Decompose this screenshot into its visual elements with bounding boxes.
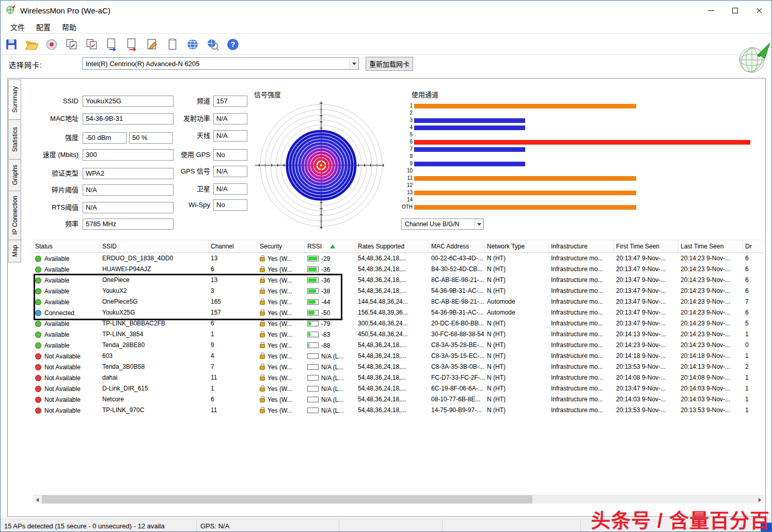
field-value[interactable]: 300 [83, 149, 174, 161]
scrollbar-track[interactable] [42, 495, 755, 504]
maximize-button[interactable] [723, 1, 747, 20]
adapter-select[interactable]: Intel(R) Centrino(R) Advanced-N 6205 [82, 57, 359, 70]
open-icon[interactable] [24, 37, 39, 52]
rssi-text: -79 [321, 320, 330, 327]
web-search-icon[interactable] [205, 37, 220, 52]
reload-adapter-button[interactable]: 重新加载网卡 [366, 57, 413, 71]
cell-channel: 11 [209, 372, 258, 383]
record-icon[interactable] [44, 37, 59, 52]
field-value[interactable]: No [213, 149, 247, 161]
column-header-first-time-seen[interactable]: First Time Seen [614, 240, 679, 253]
cell-rssi: N/A (L... [305, 351, 356, 362]
table-row[interactable]: AvailableTP-LINK_38541Yes (W...-83450,54… [33, 329, 764, 340]
table-row[interactable]: Not Availabledahai11Yes (W...N/A (L...54… [33, 372, 764, 383]
table-row[interactable]: AvailableTenda_28BE809Yes (W...-8854,48,… [33, 340, 764, 351]
column-header-rssi[interactable]: RSSI [305, 240, 356, 253]
cell-mac: 54-36-9B-31-AC-... [429, 307, 485, 318]
column-header-channel[interactable]: Channel [209, 240, 258, 253]
field-value[interactable]: N/A [213, 166, 247, 177]
table-row[interactable]: Not AvailableNetcore6Yes (W...N/A (L...5… [33, 394, 764, 405]
status-text: Available [44, 277, 69, 284]
column-header-network-type[interactable]: Network Type [485, 240, 549, 253]
column-header-status[interactable]: Status [33, 240, 100, 253]
table-row[interactable]: AvailableHUAWEI-P94AJZ6Yes (W...-3654,48… [33, 264, 764, 275]
field-value[interactable]: YoukuX25G [83, 96, 174, 107]
sign-icon[interactable] [145, 37, 160, 52]
menu-item-2[interactable]: 配置 [30, 22, 56, 32]
export-icon[interactable] [104, 37, 120, 52]
chevron-down-icon[interactable] [349, 58, 358, 69]
security-text: Yes (W... [267, 331, 292, 338]
rssi-meter [307, 386, 319, 392]
field-value[interactable]: 54-36-9B-31 [83, 113, 174, 124]
table-row[interactable]: AvailableOnePiece13Yes (W...-3654,48,36,… [33, 275, 764, 286]
cell-channel: 3 [209, 286, 258, 296]
help-icon[interactable]: ? [225, 37, 241, 52]
cell-first-seen: 20:13:47 9-Nov-... [614, 286, 679, 296]
web-icon[interactable] [185, 37, 200, 52]
field-value[interactable]: N/A [83, 184, 174, 196]
table-row[interactable]: AvailableOnePiece5G165Yes (W...-44144,54… [33, 296, 764, 307]
save-icon[interactable] [4, 37, 19, 52]
report-icon[interactable] [165, 37, 180, 52]
cell-first-seen: 20:14:18 9-Nov-... [614, 351, 679, 362]
cell-channel: 157 [209, 307, 258, 318]
field-value[interactable]: N/A [83, 202, 174, 213]
main-panel: SummaryStatisticsGraphsIP ConnectionMap … [7, 78, 766, 517]
field-value[interactable]: N/A [213, 113, 247, 124]
cell-rssi: -79 [305, 318, 356, 329]
cell-rates: 300,54,48,36,24... [356, 318, 429, 329]
table-row[interactable]: AvailableYoukuX23Yes (W...-3854,48,36,24… [33, 286, 764, 296]
scroll-left-button[interactable] [33, 495, 42, 504]
table-row[interactable]: Not Available6034Yes (W...N/A (L...54,48… [33, 351, 764, 362]
column-header-infrastructure[interactable]: Infrastructure [549, 240, 614, 253]
table-row[interactable]: ConnectedYoukuX25G157Yes (W...-50156,54,… [33, 307, 764, 318]
column-header-rates-supported[interactable]: Rates Supported [356, 240, 429, 253]
menu-item-1[interactable]: 文件 [5, 22, 30, 32]
cell-rssi: N/A (L... [305, 362, 356, 372]
field-value[interactable]: 5785 MHz [83, 218, 174, 230]
horizontal-scrollbar[interactable] [33, 495, 764, 504]
adapter-label: 选择网卡: [9, 59, 42, 70]
cell-rssi: N/A (L... [305, 372, 356, 383]
menu-item-3[interactable]: 帮助 [56, 22, 82, 32]
cell-status: Not Available [33, 351, 100, 362]
field-value[interactable]: No [213, 199, 247, 211]
column-header-ssid[interactable]: SSID [100, 240, 209, 253]
scroll-right-button[interactable] [755, 495, 764, 504]
scrollbar-thumb[interactable] [42, 495, 532, 504]
channel-use-select[interactable]: Channel Use B/G/N [401, 218, 484, 230]
field-value[interactable]: N/A [213, 130, 247, 142]
cell-channel: 6 [209, 318, 258, 329]
table-row[interactable]: Not AvailableTenda_3B0B587Yes (W...N/A (… [33, 362, 764, 372]
export-alt-icon[interactable] [124, 37, 140, 52]
field-value[interactable]: 157 [213, 96, 247, 107]
copy-graph-icon[interactable] [64, 37, 80, 52]
chevron-down-icon[interactable] [474, 219, 483, 229]
field-value[interactable]: N/A [213, 183, 247, 195]
table-row[interactable]: AvailableTP-LINK_B0BBAC2FB6Yes (W...-793… [33, 318, 764, 329]
column-header-security[interactable]: Security [258, 240, 305, 253]
rssi-meter-fill [308, 300, 316, 304]
cell-status: Connected [33, 307, 100, 318]
column-header-last-time-seen[interactable]: Last Time Seen [679, 240, 743, 253]
field-value[interactable]: -50 dBm [83, 132, 127, 144]
copy-graph-alt-icon[interactable] [84, 37, 100, 52]
cell-first-seen: 20:14:23 9-Nov-... [614, 340, 679, 351]
minimize-button[interactable] [699, 1, 723, 20]
table-row[interactable]: AvailableERDUO_DS_1838_4DD013Yes (W...-2… [33, 253, 764, 264]
field-label: 速度 (Mbits) [24, 149, 78, 161]
channel-label: 3 [397, 117, 413, 124]
cell-mac: 8C-AB-8E-98-21-... [429, 296, 485, 307]
cell-rates: 54,48,36,24,18,... [356, 275, 429, 286]
rssi-meter-fill [308, 333, 310, 336]
close-button[interactable] [747, 1, 771, 20]
table-row[interactable]: Not AvailableTP-LINK_970C11Yes (W...N/A … [33, 405, 764, 416]
lock-icon [260, 268, 265, 272]
column-header-mac-address[interactable]: MAC Address [429, 240, 485, 253]
cell-rates: 54,48,36,24,18,... [356, 372, 429, 383]
table-row[interactable]: Not AvailableD-Link_DIR_6151Yes (W...N/A… [33, 383, 764, 394]
column-header-dr[interactable]: Dr [743, 240, 764, 253]
field-value[interactable]: WPA2 [83, 168, 174, 179]
adapter-selected-value: Intel(R) Centrino(R) Advanced-N 6205 [83, 60, 349, 68]
